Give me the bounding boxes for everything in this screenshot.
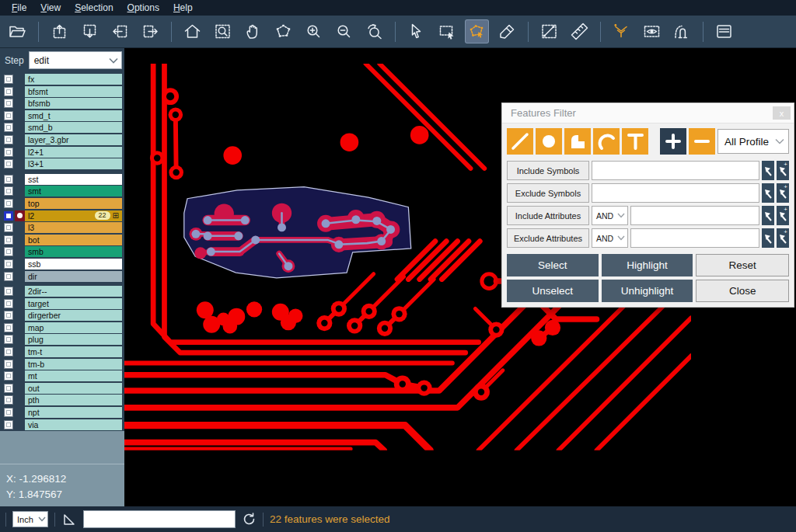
layer-checkbox[interactable]: [4, 199, 13, 208]
exclude-symbols-button[interactable]: Exclude Symbols: [507, 183, 589, 203]
layer-name[interactable]: mt: [25, 370, 122, 381]
exclude-attributes-input[interactable]: [630, 228, 759, 248]
include-attributes-button[interactable]: Include Attributes: [507, 206, 589, 225]
pick-attribute-add-icon[interactable]: +: [777, 228, 789, 248]
pan-hand-icon[interactable]: [242, 20, 264, 43]
layer-checkbox[interactable]: [4, 259, 13, 269]
clear-brush-icon[interactable]: [496, 20, 518, 43]
exclude-attributes-operator-select[interactable]: AND: [592, 228, 628, 248]
layer-name[interactable]: bfsmt: [25, 86, 122, 97]
layer-name[interactable]: smd_t: [25, 110, 122, 121]
layer-name[interactable]: tm-t: [25, 346, 122, 357]
select-pointer-icon[interactable]: [405, 20, 428, 43]
layer-name[interactable]: smb: [25, 246, 122, 257]
layer-checkbox[interactable]: [4, 211, 13, 221]
layer-name[interactable]: top: [25, 198, 122, 209]
layer-name[interactable]: l222⊞: [25, 210, 122, 221]
layer-name[interactable]: l2+1: [25, 147, 122, 158]
pick-attribute-icon[interactable]: [762, 206, 774, 225]
layer-name[interactable]: out: [25, 383, 122, 394]
layer-checkbox[interactable]: [4, 371, 13, 381]
layer-checkbox[interactable]: [4, 408, 13, 417]
pick-symbol-add-icon[interactable]: +: [777, 161, 789, 180]
remove-filter-button[interactable]: [689, 128, 715, 155]
move-down-icon[interactable]: [79, 20, 101, 43]
close-icon[interactable]: x: [773, 106, 791, 120]
layer-name[interactable]: bfsmb: [25, 98, 122, 109]
layer-checkbox[interactable]: [4, 360, 13, 369]
pick-symbol-add-icon[interactable]: +: [777, 183, 789, 203]
dialog-title-bar[interactable]: Features Filter x: [502, 103, 794, 123]
layer-checkbox[interactable]: [4, 272, 13, 281]
text-feature-button[interactable]: [622, 128, 648, 155]
layer-checkbox[interactable]: [4, 75, 13, 84]
features-filter-icon[interactable]: [610, 20, 633, 43]
layer-checkbox[interactable]: [4, 235, 13, 245]
arc-feature-button[interactable]: [593, 128, 620, 155]
unit-select[interactable]: Inch: [12, 511, 48, 527]
layer-name[interactable]: pth: [25, 395, 122, 405]
layer-name[interactable]: tm-b: [25, 359, 122, 370]
zoom-previous-icon[interactable]: [363, 20, 386, 43]
layer-name[interactable]: layer_3.gbr: [25, 134, 122, 145]
layer-checkbox[interactable]: [4, 111, 13, 120]
zoom-in-icon[interactable]: [302, 20, 325, 43]
move-up-icon[interactable]: [48, 20, 71, 43]
layer-name[interactable]: dirgerber: [25, 310, 122, 321]
line-feature-button[interactable]: [507, 128, 533, 155]
layer-checkbox[interactable]: [4, 175, 13, 184]
layer-name[interactable]: l3: [25, 222, 122, 233]
layer-name[interactable]: l3+1: [25, 158, 122, 169]
step-select[interactable]: edit: [29, 51, 122, 69]
layer-name[interactable]: plug: [25, 334, 122, 345]
layer-checkbox[interactable]: [4, 247, 13, 256]
layer-checkbox[interactable]: [4, 384, 13, 393]
pick-symbol-icon[interactable]: [762, 183, 774, 203]
pick-symbol-icon[interactable]: [762, 161, 774, 180]
menu-selection[interactable]: Selection: [68, 1, 120, 15]
refresh-icon[interactable]: [242, 512, 257, 527]
layer-checkbox[interactable]: [4, 287, 13, 296]
exclude-symbols-input[interactable]: [592, 183, 759, 203]
unhighlight-button[interactable]: Unhighlight: [602, 280, 693, 302]
layer-checkbox[interactable]: [4, 99, 13, 108]
layer-name[interactable]: target: [25, 298, 122, 309]
pick-attribute-add-icon[interactable]: +: [777, 206, 789, 225]
view-eye-icon[interactable]: [641, 20, 663, 43]
layer-checkbox[interactable]: [4, 159, 13, 169]
exclude-attributes-button[interactable]: Exclude Attributes: [507, 228, 589, 248]
folder-open-icon[interactable]: [6, 20, 29, 43]
select-button[interactable]: Select: [507, 254, 599, 276]
layer-name[interactable]: smt: [25, 186, 122, 196]
layer-name[interactable]: sst: [25, 174, 122, 185]
layer-name[interactable]: map: [25, 322, 122, 333]
pad-feature-button[interactable]: [536, 128, 562, 155]
move-left-icon[interactable]: [109, 20, 131, 43]
include-symbols-button[interactable]: Include Symbols: [507, 161, 589, 180]
layer-checkbox[interactable]: [4, 347, 13, 356]
move-right-icon[interactable]: [139, 20, 162, 43]
measure-distance-icon[interactable]: [538, 20, 560, 43]
add-filter-button[interactable]: [660, 128, 686, 155]
layer-checkbox[interactable]: [4, 311, 13, 320]
layer-checkbox[interactable]: [4, 87, 13, 96]
include-symbols-input[interactable]: [592, 161, 759, 180]
profile-select[interactable]: All Profile: [717, 129, 789, 154]
layer-checkbox[interactable]: [4, 148, 13, 157]
corner-ruler-icon[interactable]: [61, 512, 77, 527]
layer-checkbox[interactable]: [4, 135, 13, 144]
highlight-button[interactable]: Highlight: [602, 254, 693, 276]
zoom-polygon-icon[interactable]: [272, 20, 295, 43]
pick-attribute-icon[interactable]: [762, 228, 774, 248]
menu-help[interactable]: Help: [166, 1, 200, 15]
layer-name[interactable]: 2dir--: [25, 286, 122, 297]
layer-name[interactable]: ssb: [25, 259, 122, 269]
close-button[interactable]: Close: [696, 280, 789, 302]
layer-checkbox[interactable]: [4, 420, 13, 429]
home-view-icon[interactable]: [181, 20, 204, 43]
include-attributes-operator-select[interactable]: AND: [592, 206, 628, 225]
zoom-window-icon[interactable]: [211, 20, 234, 43]
reset-button[interactable]: Reset: [696, 254, 789, 276]
layer-name[interactable]: dir: [25, 271, 122, 282]
layer-name[interactable]: fx: [25, 74, 122, 85]
